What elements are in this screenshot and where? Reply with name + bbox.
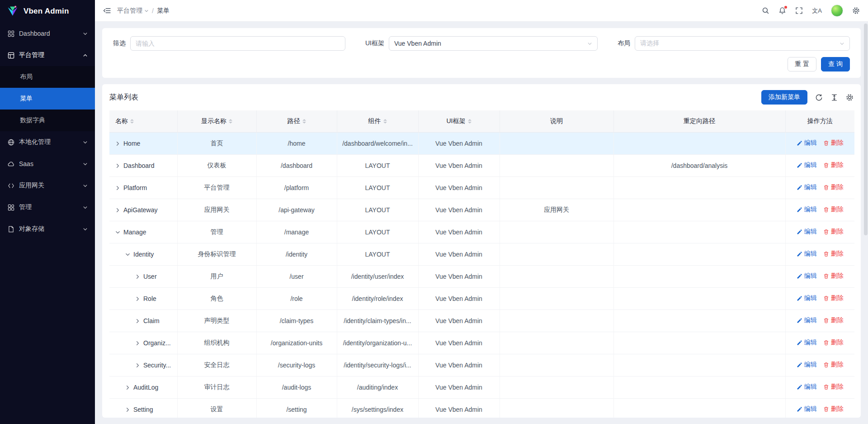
table-row[interactable]: Organiz...组织机构/organization-units/identi… <box>109 332 854 354</box>
cell-path: /dashboard <box>256 154 337 176</box>
chevron-right-icon[interactable] <box>135 274 140 279</box>
scrollbar-thumb[interactable] <box>864 24 868 235</box>
delete-link[interactable]: 删除 <box>823 361 844 369</box>
delete-link[interactable]: 删除 <box>823 183 844 191</box>
delete-link[interactable]: 删除 <box>823 205 844 214</box>
sort-icon[interactable] <box>130 119 134 124</box>
delete-link[interactable]: 删除 <box>823 383 844 391</box>
cell-display-name: 角色 <box>177 287 256 310</box>
table-row[interactable]: Manage管理/manageLAYOUTVue Vben Admin编辑删除 <box>109 221 854 243</box>
sidebar-item-menu[interactable]: 菜单 <box>0 88 95 110</box>
sort-icon[interactable] <box>302 119 306 124</box>
edit-link[interactable]: 编辑 <box>797 316 817 324</box>
edit-link[interactable]: 编辑 <box>797 228 817 236</box>
sidebar-item-saas[interactable]: Saas <box>0 153 95 175</box>
edit-link[interactable]: 编辑 <box>797 405 817 413</box>
search-icon[interactable] <box>762 7 769 14</box>
cell-redirect <box>613 265 785 287</box>
delete-link[interactable]: 删除 <box>823 139 844 147</box>
column-header-ui-framework[interactable]: UI框架 <box>418 110 500 132</box>
logo[interactable]: Vben Admin <box>0 0 95 23</box>
translate-icon[interactable]: 文A <box>812 8 822 14</box>
cell-display-name: 平台管理 <box>177 176 256 199</box>
layout-select[interactable]: 请选择 <box>635 36 850 51</box>
breadcrumb-current: 菜单 <box>157 7 170 15</box>
cell-operations: 编辑删除 <box>785 221 854 243</box>
delete-link[interactable]: 删除 <box>823 294 844 302</box>
sidebar-item-data-dictionary[interactable]: 数据字典 <box>0 110 95 131</box>
menu-fold-icon[interactable] <box>103 7 111 14</box>
edit-link[interactable]: 编辑 <box>797 338 817 347</box>
delete-link[interactable]: 删除 <box>823 272 844 280</box>
sidebar-item-manage[interactable]: 管理 <box>0 196 95 218</box>
table-row[interactable]: AuditLog审计日志/audit-logs/auditing/indexVu… <box>109 376 854 398</box>
chevron-right-icon[interactable] <box>135 296 140 301</box>
table-row[interactable]: ApiGateway应用网关/api-gatewayLAYOUTVue Vben… <box>109 199 854 221</box>
delete-link[interactable]: 删除 <box>823 161 844 169</box>
delete-link[interactable]: 删除 <box>823 338 844 347</box>
sidebar-item-dashboard[interactable]: Dashboard <box>0 23 95 44</box>
edit-link[interactable]: 编辑 <box>797 250 817 258</box>
edit-link[interactable]: 编辑 <box>797 383 817 391</box>
table-row[interactable]: Home首页/home/dashboard/welcome/in...Vue V… <box>109 132 854 154</box>
column-header-name[interactable]: 名称 <box>109 110 177 132</box>
refresh-icon[interactable] <box>815 94 823 101</box>
edit-link[interactable]: 编辑 <box>797 205 817 214</box>
chevron-right-icon[interactable] <box>115 186 120 191</box>
edit-link[interactable]: 编辑 <box>797 183 817 191</box>
chevron-right-icon[interactable] <box>115 163 120 168</box>
query-button[interactable]: 查 询 <box>821 57 850 71</box>
chevron-right-icon[interactable] <box>125 407 130 412</box>
table-row[interactable]: Setting设置/setting/sys/settings/indexVue … <box>109 398 854 418</box>
edit-link[interactable]: 编辑 <box>797 272 817 280</box>
delete-link[interactable]: 删除 <box>823 250 844 258</box>
chevron-right-icon[interactable] <box>115 208 120 213</box>
delete-link[interactable]: 删除 <box>823 228 844 236</box>
chevron-down-icon[interactable] <box>115 230 120 235</box>
sort-icon[interactable] <box>229 119 232 124</box>
table-row[interactable]: User用户/user/identity/user/indexVue Vben … <box>109 265 854 287</box>
chevron-right-icon[interactable] <box>115 141 120 146</box>
chevron-down-icon[interactable] <box>125 252 130 257</box>
edit-link[interactable]: 编辑 <box>797 361 817 369</box>
table-row[interactable]: Claim声明类型/claim-types/identity/claim-typ… <box>109 310 854 332</box>
delete-link[interactable]: 删除 <box>823 405 844 413</box>
cell-component: /identity/user/index <box>337 265 418 287</box>
chevron-right-icon[interactable] <box>135 341 140 346</box>
avatar[interactable] <box>831 5 843 17</box>
table-row[interactable]: Role角色/role/identity/role/indexVue Vben … <box>109 287 854 310</box>
sidebar-item-object-storage[interactable]: 对象存储 <box>0 218 95 240</box>
ui-framework-select[interactable]: Vue Vben Admin <box>389 36 598 51</box>
breadcrumb-parent[interactable]: 平台管理 <box>117 7 149 15</box>
chevron-right-icon[interactable] <box>135 319 140 324</box>
column-settings-icon[interactable] <box>846 94 854 101</box>
cell-component: LAYOUT <box>337 154 418 176</box>
edit-link[interactable]: 编辑 <box>797 161 817 169</box>
sort-icon[interactable] <box>383 119 387 124</box>
chevron-right-icon[interactable] <box>135 363 140 368</box>
edit-link[interactable]: 编辑 <box>797 139 817 147</box>
settings-icon[interactable] <box>852 7 860 14</box>
table-row[interactable]: Platform平台管理/platformLAYOUTVue Vben Admi… <box>109 176 854 199</box>
edit-link[interactable]: 编辑 <box>797 294 817 302</box>
reset-button[interactable]: 重 置 <box>788 57 816 71</box>
cell-ui-framework: Vue Vben Admin <box>418 132 500 154</box>
column-header-component[interactable]: 组件 <box>337 110 418 132</box>
delete-link[interactable]: 删除 <box>823 316 844 324</box>
sidebar-item-api-gateway[interactable]: 应用网关 <box>0 175 95 196</box>
table-row[interactable]: Dashboard仪表板/dashboardLAYOUTVue Vben Adm… <box>109 154 854 176</box>
add-menu-button[interactable]: 添加新菜单 <box>761 90 807 105</box>
sidebar-item-platform[interactable]: 平台管理 <box>0 44 95 66</box>
sidebar-item-layout[interactable]: 布局 <box>0 66 95 88</box>
table-row[interactable]: Identity身份标识管理/identityLAYOUTVue Vben Ad… <box>109 243 854 265</box>
fullscreen-icon[interactable] <box>795 7 803 14</box>
column-header-path[interactable]: 路径 <box>256 110 337 132</box>
table-row[interactable]: Security...安全日志/security-logs/identity/s… <box>109 354 854 376</box>
filter-input[interactable] <box>130 36 345 51</box>
sort-icon[interactable] <box>468 119 472 124</box>
chevron-right-icon[interactable] <box>125 385 130 390</box>
sidebar-item-localization[interactable]: 本地化管理 <box>0 131 95 153</box>
column-header-display-name[interactable]: 显示名称 <box>177 110 256 132</box>
bell-icon[interactable] <box>778 7 786 14</box>
row-height-icon[interactable] <box>830 94 838 101</box>
